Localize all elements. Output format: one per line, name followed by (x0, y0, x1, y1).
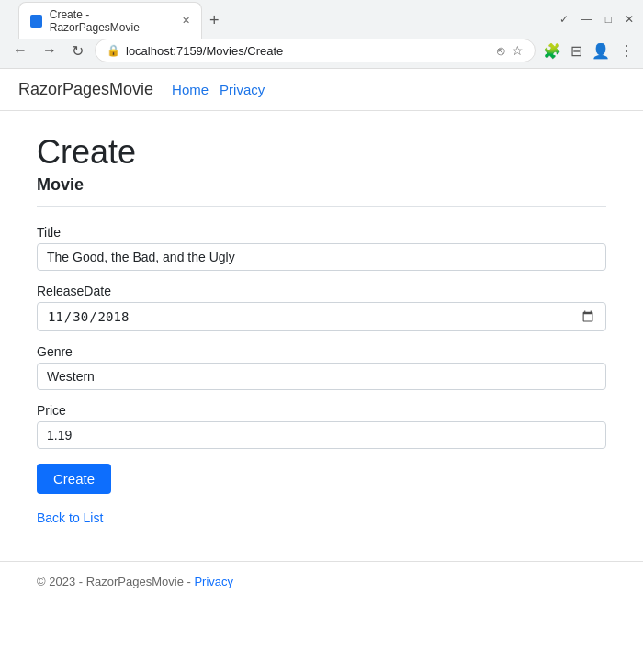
page-wrapper: RazorPagesMovie Home Privacy Create Movi… (0, 69, 643, 601)
release-date-label: ReleaseDate (37, 284, 606, 298)
price-input[interactable] (37, 421, 606, 449)
new-tab-button[interactable]: + (206, 11, 223, 30)
title-bar: Create - RazorPagesMovie ✕ + ✓ — □ ✕ (0, 0, 643, 33)
media-icon[interactable]: ⊟ (570, 42, 582, 60)
minimize-button[interactable]: — (581, 13, 592, 26)
title-label: Title (37, 225, 606, 240)
page-heading: Create (37, 133, 606, 172)
release-date-group: ReleaseDate (37, 284, 606, 331)
active-tab[interactable]: Create - RazorPagesMovie ✕ (18, 2, 202, 39)
genre-input[interactable] (37, 363, 606, 390)
maximize-button[interactable]: □ (605, 13, 612, 26)
navbar: RazorPagesMovie Home Privacy (0, 69, 643, 111)
url-text: localhost:7159/Movies/Create (126, 44, 491, 58)
brand-link[interactable]: RazorPagesMovie (18, 80, 153, 99)
lock-icon: 🔒 (107, 44, 120, 57)
main-content: Create Movie Title ReleaseDate Genre Pri… (0, 111, 643, 561)
close-button[interactable]: ✕ (625, 13, 634, 26)
back-button[interactable]: ← (9, 40, 31, 61)
window-controls: ✓ — □ ✕ (559, 13, 634, 26)
restore-button[interactable]: ✓ (559, 13, 569, 26)
address-action-icons: ⎋ ☆ (497, 43, 524, 58)
genre-group: Genre (37, 344, 606, 390)
share-icon[interactable]: ⎋ (497, 43, 504, 58)
tab-favicon (30, 15, 42, 28)
divider (37, 206, 606, 207)
section-label: Movie (37, 175, 606, 195)
reload-button[interactable]: ↻ (68, 40, 87, 62)
star-icon[interactable]: ☆ (512, 43, 524, 58)
forward-button[interactable]: → (39, 40, 61, 61)
address-bar[interactable]: 🔒 localhost:7159/Movies/Create ⎋ ☆ (95, 39, 536, 62)
menu-icon[interactable]: ⋮ (619, 42, 634, 60)
title-input[interactable] (37, 243, 606, 271)
price-label: Price (37, 403, 606, 418)
footer-privacy-link[interactable]: Privacy (194, 575, 233, 588)
footer: © 2023 - RazorPagesMovie - Privacy (0, 561, 643, 601)
footer-text: © 2023 - RazorPagesMovie - (37, 575, 194, 588)
back-link-wrapper: Back to List (37, 501, 606, 525)
tab-title: Create - RazorPagesMovie (50, 8, 171, 34)
toolbar-icons: 🧩 ⊟ 👤 ⋮ (543, 42, 634, 60)
tab-bar: Create - RazorPagesMovie ✕ + (9, 2, 232, 39)
nav-privacy-link[interactable]: Privacy (220, 82, 265, 97)
nav-links: Home Privacy (172, 82, 265, 97)
browser-chrome: Create - RazorPagesMovie ✕ + ✓ — □ ✕ ← →… (0, 0, 643, 69)
release-date-input[interactable] (37, 302, 606, 331)
tab-close-button[interactable]: ✕ (182, 15, 190, 27)
create-button[interactable]: Create (37, 464, 111, 494)
back-to-list-link[interactable]: Back to List (37, 510, 103, 525)
nav-home-link[interactable]: Home (172, 82, 209, 97)
title-group: Title (37, 225, 606, 271)
profile-icon[interactable]: 👤 (592, 42, 610, 60)
genre-label: Genre (37, 344, 606, 359)
price-group: Price (37, 403, 606, 449)
extension-icon[interactable]: 🧩 (543, 42, 561, 60)
create-form: Title ReleaseDate Genre Price Create Bac… (37, 225, 606, 525)
form-actions: Create (37, 464, 606, 494)
